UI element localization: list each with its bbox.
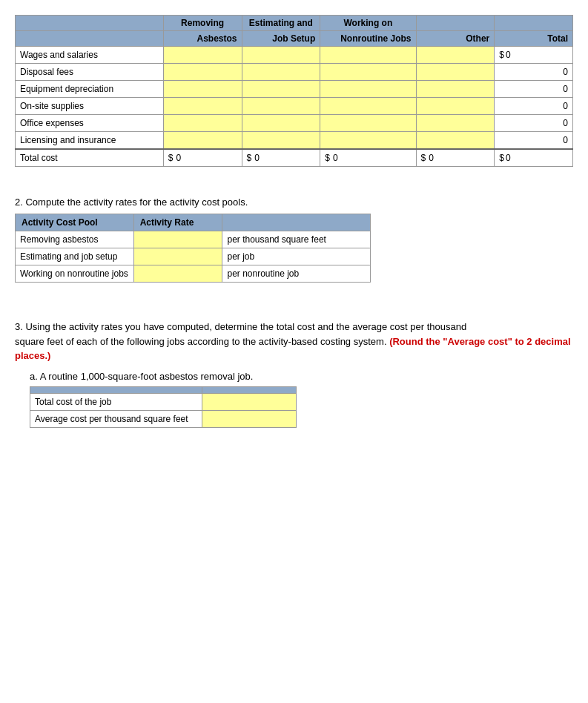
wages-other-cell[interactable] bbox=[416, 47, 495, 64]
onsite-other-cell[interactable] bbox=[416, 98, 495, 115]
licensing-working-cell[interactable] bbox=[320, 132, 416, 150]
office-other-cell[interactable] bbox=[416, 115, 495, 132]
table-row: Disposal fees 0 bbox=[16, 64, 573, 81]
equipment-other-cell[interactable] bbox=[416, 81, 495, 98]
equipment-working-input[interactable] bbox=[325, 83, 411, 95]
rate-removing-input[interactable] bbox=[139, 234, 218, 245]
pool-estimating: Estimating and job setup bbox=[16, 248, 134, 265]
header-total bbox=[495, 16, 573, 31]
wages-removing-input[interactable] bbox=[168, 49, 237, 61]
total-working-cell: $ bbox=[320, 149, 416, 167]
office-estimating-cell[interactable] bbox=[242, 115, 320, 132]
equipment-total-cell: 0 bbox=[495, 81, 573, 98]
wages-working-cell[interactable] bbox=[320, 47, 416, 64]
header-estimating: Estimating and bbox=[242, 16, 320, 31]
equipment-removing-input[interactable] bbox=[168, 83, 237, 95]
licensing-total-cell: 0 bbox=[495, 132, 573, 150]
equipment-working-cell[interactable] bbox=[320, 81, 416, 98]
unit-working: per nonroutine job bbox=[222, 265, 371, 283]
header-activity-pool: Activity Cost Pool bbox=[16, 214, 134, 231]
wages-other-input[interactable] bbox=[421, 49, 490, 61]
office-estimating-input[interactable] bbox=[247, 117, 316, 129]
header-other bbox=[416, 16, 495, 31]
table-row: Licensing and insurance 0 bbox=[16, 132, 573, 150]
row-label-equipment: Equipment depreciation bbox=[16, 81, 164, 98]
table-row: Working on nonroutine jobs per nonroutin… bbox=[16, 265, 371, 283]
licensing-estimating-cell[interactable] bbox=[242, 132, 320, 150]
table-row: On-site supplies 0 bbox=[16, 98, 573, 115]
onsite-estimating-input[interactable] bbox=[247, 100, 316, 112]
equipment-other-input[interactable] bbox=[421, 83, 490, 95]
wages-removing-cell[interactable] bbox=[163, 47, 242, 64]
licensing-total-value: 0 bbox=[563, 135, 568, 145]
total-removing-cell: $ bbox=[163, 149, 242, 167]
office-working-cell[interactable] bbox=[320, 115, 416, 132]
rate-working-input[interactable] bbox=[139, 268, 218, 280]
wages-estimating-input[interactable] bbox=[247, 49, 316, 61]
total-removing-dollar: $ bbox=[168, 153, 174, 163]
licensing-other-input[interactable] bbox=[421, 134, 490, 146]
rate-estimating-cell[interactable] bbox=[133, 248, 222, 265]
table-row: Wages and salaries $0 bbox=[16, 47, 573, 64]
onsite-working-input[interactable] bbox=[325, 100, 411, 112]
disposal-estimating-cell[interactable] bbox=[242, 64, 320, 81]
section3-title: 3. Using the activity rates you have com… bbox=[15, 320, 573, 363]
total-estimating-input bbox=[253, 152, 297, 164]
disposal-working-cell[interactable] bbox=[320, 64, 416, 81]
header-empty bbox=[16, 16, 164, 31]
header-other-label: Other bbox=[416, 31, 495, 47]
avg-cost-input[interactable] bbox=[207, 413, 291, 425]
total-estimating-cell: $ bbox=[242, 149, 320, 167]
disposal-other-cell[interactable] bbox=[416, 64, 495, 81]
rate-working-cell[interactable] bbox=[133, 265, 222, 283]
office-total-cell: 0 bbox=[495, 115, 573, 132]
disposal-estimating-input[interactable] bbox=[247, 66, 316, 78]
office-other-input[interactable] bbox=[421, 117, 490, 129]
disposal-working-input[interactable] bbox=[325, 66, 411, 78]
office-removing-cell[interactable] bbox=[163, 115, 242, 132]
section3: 3. Using the activity rates you have com… bbox=[15, 320, 573, 428]
total-estimating-dollar: $ bbox=[247, 153, 252, 163]
section3-text-part1: 3. Using the activity rates you have com… bbox=[15, 321, 466, 332]
onsite-estimating-cell[interactable] bbox=[242, 98, 320, 115]
job-total-input[interactable] bbox=[207, 396, 291, 408]
rate-estimating-input[interactable] bbox=[139, 251, 218, 263]
avg-cost-label: Average cost per thousand square feet bbox=[30, 410, 202, 427]
rate-removing-cell[interactable] bbox=[133, 231, 222, 248]
disposal-removing-input[interactable] bbox=[168, 66, 237, 78]
row-label-licensing: Licensing and insurance bbox=[16, 132, 164, 150]
onsite-removing-cell[interactable] bbox=[163, 98, 242, 115]
licensing-other-cell[interactable] bbox=[416, 132, 495, 150]
section3-text-part2: square feet of each of the following job… bbox=[15, 336, 387, 347]
equipment-estimating-input[interactable] bbox=[247, 83, 316, 95]
disposal-other-input[interactable] bbox=[421, 66, 490, 78]
table3-header-val bbox=[202, 386, 297, 393]
licensing-removing-cell[interactable] bbox=[163, 132, 242, 150]
table-row: Average cost per thousand square feet bbox=[30, 410, 297, 427]
header-total-label: Total bbox=[495, 31, 573, 47]
job-total-cell[interactable] bbox=[202, 393, 297, 410]
header-asbestos: Asbestos bbox=[163, 31, 242, 47]
onsite-working-cell[interactable] bbox=[320, 98, 416, 115]
row-label-disposal: Disposal fees bbox=[16, 64, 164, 81]
total-total-cell: $0 bbox=[495, 149, 573, 167]
total-removing-input bbox=[174, 152, 219, 164]
wages-estimating-cell[interactable] bbox=[242, 47, 320, 64]
avg-cost-cell[interactable] bbox=[202, 410, 297, 427]
header-working: Working on bbox=[320, 16, 416, 31]
wages-working-input[interactable] bbox=[325, 49, 411, 61]
licensing-removing-input[interactable] bbox=[168, 134, 237, 146]
licensing-working-input[interactable] bbox=[325, 134, 411, 146]
office-removing-input[interactable] bbox=[168, 117, 237, 129]
total-total-dollar: $ bbox=[499, 153, 504, 163]
office-working-input[interactable] bbox=[325, 117, 411, 129]
disposal-removing-cell[interactable] bbox=[163, 64, 242, 81]
section2-title: 2. Compute the activity rates for the ac… bbox=[15, 197, 573, 208]
licensing-estimating-input[interactable] bbox=[247, 134, 316, 146]
total-label: Total cost bbox=[16, 149, 164, 167]
total-other-input bbox=[427, 152, 472, 164]
onsite-other-input[interactable] bbox=[421, 100, 490, 112]
onsite-removing-input[interactable] bbox=[168, 100, 237, 112]
equipment-removing-cell[interactable] bbox=[163, 81, 242, 98]
equipment-estimating-cell[interactable] bbox=[242, 81, 320, 98]
